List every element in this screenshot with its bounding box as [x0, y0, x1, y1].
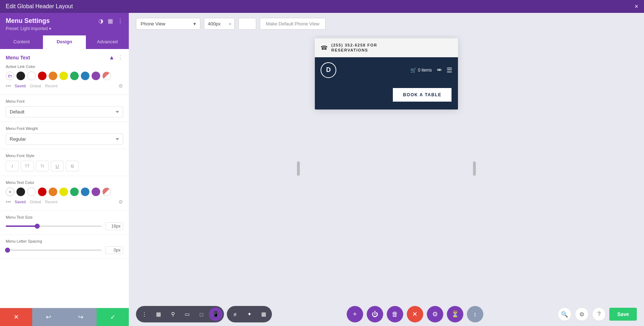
resize-handle-left[interactable]	[297, 161, 300, 176]
menu-letter-spacing-value[interactable]: 0px	[105, 246, 123, 254]
eyedropper-btn[interactable]: 🗁	[6, 72, 14, 80]
color-tab-saved[interactable]: Saved	[15, 84, 26, 88]
make-default-phone-view-btn[interactable]: Make Default Phone View	[260, 18, 325, 30]
view-icon[interactable]: ◑	[98, 18, 103, 24]
color-swatch-black[interactable]	[16, 72, 25, 80]
help-btn[interactable]: ?	[592, 307, 606, 321]
px-input-wrap: ×	[204, 18, 235, 30]
redo-btn[interactable]: ↪	[64, 308, 97, 326]
add-btn[interactable]: +	[347, 306, 363, 322]
sidebar-header: Menu Settings ◑ ▦ ⋮ Preset: Light import…	[0, 13, 129, 35]
active-link-color-row: 🗁	[6, 72, 123, 80]
menu-text-swatch-red[interactable]	[38, 188, 47, 196]
tab-design[interactable]: Design	[43, 35, 86, 49]
sparkle-tool-btn[interactable]: ✦	[243, 307, 256, 321]
menu-text-color-dots-btn[interactable]: •••	[6, 199, 11, 205]
color-swatch-white[interactable]	[27, 72, 36, 80]
menu-text-swatch-black[interactable]	[16, 188, 25, 196]
capitalize-btn[interactable]: Tt	[36, 161, 49, 171]
sidebar-title: Menu Settings	[6, 17, 50, 25]
menu-text-color-tabs: ••• Saved Global Recent ⚙	[6, 199, 123, 205]
menu-text-swatch-purple[interactable]	[92, 188, 100, 196]
uppercase-btn[interactable]: TT	[21, 161, 34, 171]
color-tab-global[interactable]: Global	[30, 84, 41, 88]
menu-font-style-group: Menu Font Style I TT Tt U S	[0, 149, 129, 176]
more-icon[interactable]: ⋮	[117, 18, 123, 24]
top-bar-close-btn[interactable]: ×	[634, 3, 638, 10]
italic-btn[interactable]: I	[6, 161, 19, 171]
menu-text-color-tab-recent[interactable]: Recent	[45, 200, 58, 204]
phone-cart[interactable]: 🛒 0 items	[410, 67, 432, 73]
trash-btn[interactable]: 🗑	[387, 306, 403, 322]
menu-font-select[interactable]: Default	[6, 106, 123, 117]
menu-text-size-track[interactable]	[6, 225, 102, 227]
color-swatch-green[interactable]	[70, 72, 79, 80]
preset-label[interactable]: Preset: Light imported ▾	[6, 26, 123, 31]
color-swatch-custom[interactable]	[102, 72, 111, 80]
confirm-btn[interactable]: ✓	[97, 308, 129, 326]
menu-text-swatch-green[interactable]	[70, 188, 79, 196]
phone-view-btn[interactable]: 📱	[209, 307, 223, 321]
menu-text-swatch-white[interactable]	[27, 188, 36, 196]
settings-right-btn[interactable]: ⚙	[575, 307, 589, 321]
menu-letter-spacing-label: Menu Letter Spacing	[6, 239, 123, 243]
tab-advanced[interactable]: Advanced	[86, 35, 129, 49]
save-btn[interactable]: Save	[609, 308, 637, 321]
desktop-view-btn[interactable]: ▭	[180, 307, 194, 321]
color-swatch-yellow[interactable]	[59, 72, 68, 80]
px-extra-input[interactable]	[238, 18, 256, 30]
power-btn[interactable]: ⏻	[367, 306, 383, 322]
menu-text-size-value[interactable]: 16px	[105, 222, 123, 230]
view-select[interactable]: Phone View	[136, 18, 200, 30]
menu-font-weight-select[interactable]: Regular	[6, 133, 123, 145]
view-select-wrap: Phone View ▼	[136, 18, 200, 30]
underline-btn[interactable]: U	[51, 161, 64, 171]
menu-text-color-tab-saved[interactable]: Saved	[15, 200, 26, 204]
menu-text-color-gear-icon[interactable]: ⚙	[118, 199, 123, 205]
menu-letter-spacing-track[interactable]	[6, 249, 102, 251]
tab-content[interactable]: Content	[0, 35, 43, 49]
settings-dots-btn[interactable]: ⋮	[137, 307, 151, 321]
cancel-btn[interactable]: ✕	[0, 308, 32, 326]
menu-font-group: Menu Font Default	[0, 95, 129, 122]
phone-search-icon[interactable]: ⚮	[437, 67, 441, 73]
search-right-btn[interactable]: 🔍	[558, 307, 571, 321]
menu-text-swatch-yellow[interactable]	[59, 188, 68, 196]
menu-text-color-tab-global[interactable]: Global	[30, 200, 41, 204]
color-dots-btn[interactable]: •••	[6, 83, 11, 89]
menu-text-swatch-blue[interactable]	[81, 188, 89, 196]
strikethrough-btn[interactable]: S	[66, 161, 79, 171]
menu-text-swatch-orange[interactable]	[49, 188, 57, 196]
section-dots-icon[interactable]: ⋮	[117, 54, 123, 61]
px-input[interactable]	[204, 18, 226, 29]
gear-action-btn[interactable]: ⚙	[427, 306, 443, 322]
color-gear-icon[interactable]: ⚙	[118, 83, 123, 89]
grid-view-btn[interactable]: ▦	[152, 307, 165, 321]
grid-tool-btn[interactable]: #	[228, 307, 242, 321]
phone-menu-icon[interactable]: ☰	[447, 66, 452, 74]
color-swatch-red[interactable]	[38, 72, 47, 80]
layout-icon[interactable]: ▦	[108, 18, 113, 24]
book-table-btn[interactable]: BOOK A TABLE	[392, 87, 452, 102]
color-tab-recent[interactable]: Recent	[45, 84, 58, 88]
menu-text-eyedropper-btn[interactable]: ✖	[6, 188, 14, 196]
menu-text-color-group: Menu Text Color ✖ •••	[0, 176, 129, 211]
color-swatch-blue[interactable]	[81, 72, 89, 80]
timer-btn[interactable]: ⏳	[447, 306, 463, 322]
menu-text-swatch-custom[interactable]	[102, 188, 111, 196]
collapse-icon[interactable]: ▲	[109, 54, 114, 61]
resize-handle-right[interactable]	[473, 161, 476, 176]
main-layout: Menu Settings ◑ ▦ ⋮ Preset: Light import…	[0, 13, 644, 326]
search-tool-btn[interactable]: ⚲	[166, 307, 180, 321]
module-tool-btn[interactable]: ▦	[257, 307, 270, 321]
close-action-btn[interactable]: ✕	[407, 306, 423, 322]
menu-letter-spacing-thumb[interactable]	[5, 248, 10, 253]
menu-text-size-thumb[interactable]	[35, 224, 40, 229]
undo-btn[interactable]: ↩	[32, 308, 64, 326]
tablet-view-btn[interactable]: □	[195, 307, 208, 321]
move-btn[interactable]: ↕	[467, 306, 483, 322]
color-swatch-purple[interactable]	[92, 72, 100, 80]
view-toolbar: Phone View ▼ × Make Default Phone View	[129, 13, 644, 35]
px-clear-btn[interactable]: ×	[226, 21, 234, 27]
color-swatch-orange[interactable]	[49, 72, 57, 80]
